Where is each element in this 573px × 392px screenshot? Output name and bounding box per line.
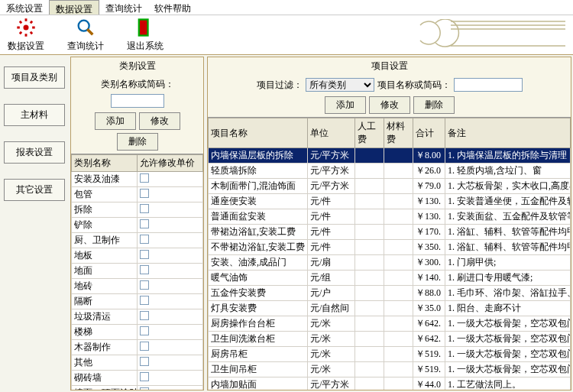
category-row[interactable]: 墙面、顶面涂贴 [72,386,203,390]
project-filter-select[interactable]: 所有类别 [306,78,374,92]
category-row[interactable]: 地面 [72,264,203,279]
project-row[interactable]: 带裙边浴缸,安装工费元/件￥170.1. 浴缸、辅料、软管等配件均甲供, [209,225,571,240]
svg-rect-4 [140,21,147,35]
query-stats-button[interactable]: 查询统计 [67,17,104,53]
project-row[interactable]: 不带裙边浴缸,安装工费元/件￥350.1. 浴缸、辅料、软管等配件均甲供, [209,240,571,255]
category-panel: 类别设置 类别名称或简码： 添加 修改 删除 类别名称允许修改单价安装及油漆包管… [70,57,204,390]
checkbox[interactable] [140,357,149,366]
category-row[interactable]: 拆除 [72,202,203,218]
category-panel-title: 类别设置 [71,57,203,75]
category-row[interactable]: 铲除 [72,218,203,233]
project-row[interactable]: 厨房操作台台柜元/米￥642.1. 一级大芯板骨架，空芯双包门，PVC收. [209,316,571,332]
menu-2[interactable]: 查询统计 [99,0,148,15]
checkbox[interactable] [140,235,149,244]
sidebar-btn-0[interactable]: 项目及类别 [4,66,65,89]
menu-3[interactable]: 软件帮助 [148,0,197,15]
checkbox[interactable] [140,311,149,320]
category-row[interactable]: 其他 [72,355,203,371]
project-grid[interactable]: 项目名称单位人工费材料费合计备注内墙保温层板的拆除元/平方米￥8.001. 内墙… [208,118,571,390]
project-row[interactable]: 卫生间洗漱台柜元/米￥642.1. 一级大芯板骨架，空芯双包门，PVC收. [209,332,571,347]
project-panel-title: 项目设置 [208,57,571,75]
project-row[interactable]: 安装、油漆,成品门元/扇￥300.1. 门扇甲供; [209,255,571,271]
checkbox[interactable] [140,296,149,305]
checkbox[interactable] [140,189,149,198]
category-name-input[interactable] [111,94,164,108]
category-row[interactable]: 地板 [72,248,203,264]
project-filter-label: 项目过滤： [257,79,303,92]
toolbar: 数据设置查询统计退出系统 [0,15,573,55]
menu-0[interactable]: 系统设置 [0,0,49,15]
project-row[interactable]: 暖气油饰元/组￥140.1. 刷进口专用暖气漆; [209,271,571,286]
project-modify-button[interactable]: 修改 [369,96,410,114]
checkbox[interactable] [140,219,149,228]
checkbox[interactable] [140,173,149,183]
project-row[interactable]: 内墙加贴面元/平方米￥44.01. 工艺做法同上。 [209,377,571,390]
exit-system-button[interactable]: 退出系统 [127,17,163,53]
project-row[interactable]: 木制面带门,混油饰面元/平方米￥79.01. 大芯板骨架，实木收口,高度小于 [209,179,571,194]
category-modify-button[interactable]: 修改 [139,112,180,130]
category-row[interactable]: 木器制作 [72,340,203,355]
category-row[interactable]: 地砖 [72,279,203,294]
category-row[interactable]: 楼梯 [72,325,203,340]
checkbox[interactable] [140,326,149,335]
category-row[interactable]: 厨、卫制作 [72,233,203,248]
category-add-button[interactable]: 添加 [95,112,136,130]
category-row[interactable]: 垃圾清运 [72,309,203,325]
menubar: 系统设置数据设置查询统计软件帮助 [0,0,573,15]
category-row[interactable]: 隔断 [72,294,203,309]
project-name-label: 项目名称或简码： [377,79,451,92]
sidebar-btn-2[interactable]: 报表设置 [4,141,65,164]
gear-icon [15,17,37,38]
project-panel: 项目设置 项目过滤： 所有类别 项目名称或简码： 添加 修改 删除 项目名称单位… [207,57,571,390]
sidebar: 项目及类别主材料报表设置其它设置 [0,55,69,392]
category-row[interactable]: 砌砖墙 [72,371,203,386]
checkbox[interactable] [140,265,149,274]
category-grid[interactable]: 类别名称允许修改单价安装及油漆包管拆除铲除厨、卫制作地板地面地砖隔断垃圾清运楼梯… [71,154,203,390]
checkbox[interactable] [140,250,149,259]
project-row[interactable]: 轻质墙拆除元/平方米￥26.01. 轻质内墙,含垃门、窗 [209,164,571,179]
project-delete-button[interactable]: 删除 [413,96,455,114]
category-delete-button[interactable]: 删除 [117,133,158,151]
project-row[interactable]: 厨房吊柜元/米￥519.1. 一级大芯板骨架，空芯双包门，PVC收. [209,347,571,362]
checkbox[interactable] [140,342,149,351]
category-row[interactable]: 包管 [72,187,203,202]
project-row[interactable]: 普通面盆安装元/件￥130.1. 安装面盆、五金配件及软管等,单 [209,209,571,225]
project-row[interactable]: 五金件安装费元/户￥88.01. 毛巾环、浴巾架、浴缸拉手、肥皂 [209,286,571,301]
category-name-label: 类别名称或简码： [101,78,174,91]
exit-icon [134,17,156,38]
decorative-column [413,19,565,50]
project-row[interactable]: 通座便安装元/件￥130.1. 安装普通坐便，五金配件及软管; [209,194,571,209]
sidebar-btn-1[interactable]: 主材料 [4,104,65,126]
sidebar-btn-3[interactable]: 其它设置 [4,179,65,201]
project-name-input[interactable] [454,78,523,92]
project-row[interactable]: 卫生间吊柜元/米￥519.1. 一级大芯板骨架，空芯双包门，PVC收. [209,362,571,377]
checkbox[interactable] [140,280,149,290]
search-icon [75,17,96,38]
svg-point-0 [24,25,29,31]
data-settings-button[interactable]: 数据设置 [8,17,44,53]
project-add-button[interactable]: 添加 [325,96,366,114]
project-row[interactable]: 内墙保温层板的拆除元/平方米￥8.001. 内墙保温层板的拆除与清理 [209,148,571,164]
checkbox[interactable] [140,372,149,381]
checkbox[interactable] [140,387,149,390]
checkbox[interactable] [140,204,149,213]
category-row[interactable]: 安装及油漆 [72,172,203,187]
menu-1[interactable]: 数据设置 [49,0,99,15]
project-row[interactable]: 灯具安装费元/自然间￥35.01. 阳台、走廊不计 [209,301,571,316]
svg-line-2 [87,29,92,34]
